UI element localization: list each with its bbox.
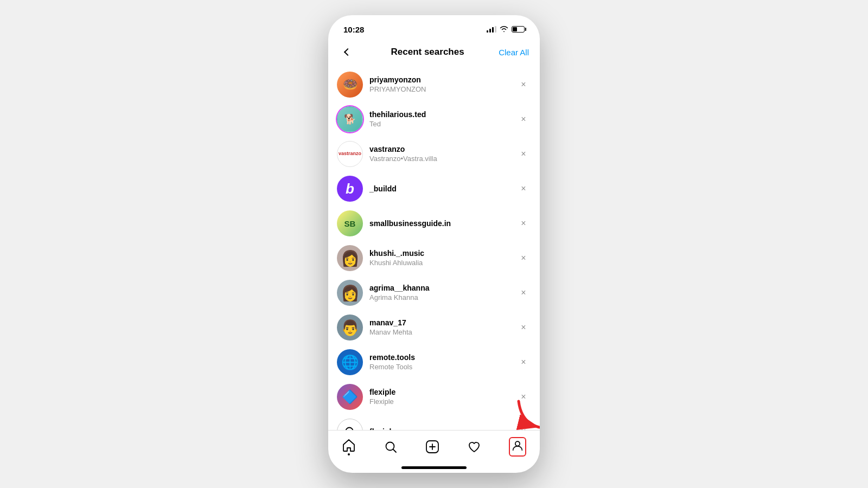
remove-button[interactable]: × (516, 146, 531, 162)
item-info: khushi._.music Khushi Ahluwalia (369, 248, 516, 267)
item-username: thehilarious.ted (369, 110, 516, 119)
back-chevron-icon (344, 48, 352, 56)
item-subtext: Ted (369, 120, 516, 129)
list-item[interactable]: 🍩 priyamyonzon PRIYAMYONZON × (328, 67, 540, 102)
item-username: flexiple (369, 427, 516, 430)
status-icons (487, 25, 525, 34)
list-item[interactable]: 🔷 flexiple Flexiple × (328, 380, 540, 414)
svg-point-0 (346, 428, 353, 431)
nav-add[interactable] (417, 438, 448, 456)
remove-button[interactable]: × (516, 216, 531, 231)
nav-profile[interactable] (500, 435, 535, 459)
status-time: 10:28 (343, 25, 364, 34)
svg-point-7 (515, 441, 519, 446)
battery-icon (512, 26, 525, 33)
item-username: remote.tools (369, 352, 516, 362)
svg-point-2 (386, 442, 394, 451)
avatar: 👩 (337, 280, 363, 306)
nav-home-dot (348, 453, 350, 455)
wifi-icon (500, 25, 508, 34)
avatar: SB (337, 210, 363, 236)
home-indicator-bar (401, 466, 467, 469)
avatar: 👨 (337, 314, 363, 341)
header-title: Recent searches (391, 47, 464, 57)
item-subtext: PRIYAMYONZON (369, 85, 516, 94)
item-info: thehilarious.ted Ted (369, 110, 516, 129)
remove-button[interactable]: × (516, 285, 531, 300)
remove-button[interactable]: × (516, 424, 531, 430)
heart-icon (467, 440, 481, 454)
avatar: 🔷 (337, 384, 363, 410)
item-info: priyamyonzon PRIYAMYONZON (369, 75, 516, 94)
clear-all-button[interactable]: Clear All (499, 48, 529, 57)
item-subtext: Flexiple (369, 397, 516, 407)
item-info: remote.tools Remote Tools (369, 352, 516, 371)
item-username: priyamyonzon (369, 75, 516, 85)
remove-button[interactable]: × (516, 355, 531, 370)
item-username: khushi._.music (369, 248, 516, 258)
avatar: 🐕 (337, 106, 363, 132)
list-item[interactable]: SB smallbusinessguide.in × (328, 206, 540, 241)
item-username: vastranzo (369, 144, 516, 154)
home-icon (342, 438, 356, 452)
remove-button[interactable]: × (516, 320, 531, 335)
remove-button[interactable]: × (516, 77, 531, 92)
item-username: flexiple (369, 387, 516, 397)
item-info: flexiple (369, 427, 516, 430)
remove-button[interactable]: × (516, 389, 531, 404)
profile-icon (511, 439, 524, 452)
remove-button[interactable]: × (516, 251, 531, 266)
item-info: vastranzo Vastranzo•Vastra.villa (369, 144, 516, 163)
item-username: agrima__khanna (369, 283, 516, 293)
list-item[interactable]: 🌐 remote.tools Remote Tools × (328, 345, 540, 380)
profile-nav-wrapper (509, 437, 526, 457)
phone-frame: 10:28 Recent searches (328, 15, 540, 473)
status-bar: 10:28 (328, 15, 540, 39)
list-item[interactable]: 👨 manav_17 Manav Mehta × (328, 310, 540, 345)
item-info: _buildd (369, 184, 516, 194)
remove-button[interactable]: × (516, 181, 531, 196)
nav-heart[interactable] (458, 438, 490, 456)
remove-button[interactable]: × (516, 112, 531, 127)
avatar: 👩 (337, 245, 363, 271)
item-username: _buildd (369, 184, 516, 194)
add-icon (425, 440, 439, 454)
item-subtext: Agrima Khanna (369, 293, 516, 303)
item-subtext: Khushi Ahluwalia (369, 259, 516, 268)
list-item[interactable]: 👩 khushi._.music Khushi Ahluwalia × (328, 241, 540, 275)
back-button[interactable] (339, 43, 356, 61)
list-item[interactable]: b _buildd × (328, 171, 540, 206)
item-subtext: Manav Mehta (369, 328, 516, 337)
list-item[interactable]: vastranzo vastranzo Vastranzo•Vastra.vil… (328, 137, 540, 171)
avatar: 🌐 (337, 349, 363, 375)
list-item[interactable]: flexiple × (328, 414, 540, 430)
item-username: manav_17 (369, 318, 516, 328)
header: Recent searches Clear All (328, 39, 540, 67)
item-username: smallbusinessguide.in (369, 219, 516, 228)
svg-line-3 (393, 450, 396, 452)
avatar: b (337, 176, 363, 202)
search-nav-icon (384, 440, 398, 454)
item-info: smallbusinessguide.in (369, 219, 516, 228)
home-indicator (328, 462, 540, 473)
item-info: flexiple Flexiple (369, 387, 516, 406)
item-info: manav_17 Manav Mehta (369, 318, 516, 337)
avatar: 🍩 (337, 72, 363, 98)
search-icon (337, 419, 363, 430)
nav-search[interactable] (375, 438, 406, 456)
avatar: vastranzo (337, 141, 363, 167)
item-subtext: Vastranzo•Vastra.villa (369, 155, 516, 164)
recent-searches-list: 🍩 priyamyonzon PRIYAMYONZON × 🐕 thehilar… (328, 67, 540, 430)
nav-home[interactable] (333, 436, 365, 458)
item-info: agrima__khanna Agrima Khanna (369, 283, 516, 302)
bottom-navigation (328, 430, 540, 462)
item-subtext: Remote Tools (369, 363, 516, 372)
list-item[interactable]: 🐕 thehilarious.ted Ted × (328, 102, 540, 137)
list-item[interactable]: 👩 agrima__khanna Agrima Khanna × (328, 275, 540, 310)
signal-bars-icon (487, 26, 496, 33)
